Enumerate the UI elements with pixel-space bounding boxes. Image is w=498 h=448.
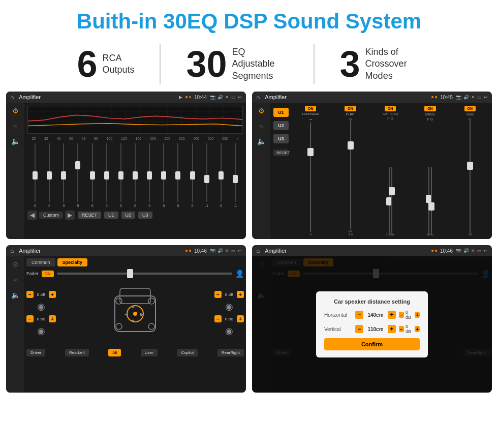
volume-icon-dialog: 🔊 xyxy=(463,248,469,253)
tab-specialty[interactable]: Specialty xyxy=(57,258,88,266)
dialog-label-horizontal: Horizontal xyxy=(324,312,352,318)
rearright-btn[interactable]: RearRight xyxy=(217,349,244,356)
loudness-on-btn[interactable]: ON xyxy=(305,106,317,111)
eq-play-btn[interactable]: ▶ xyxy=(65,211,75,220)
wave-icon[interactable]: ≈ xyxy=(13,122,17,130)
cutfreq-g-label: G xyxy=(390,117,393,121)
minus-btn-right-bot[interactable]: − xyxy=(214,315,222,322)
plus-btn-left-top[interactable]: + xyxy=(49,291,56,298)
eq-u3-btn[interactable]: U3 xyxy=(138,212,152,219)
dialog-minus-horizontal[interactable]: − xyxy=(355,311,363,319)
fader-label: Fader xyxy=(26,271,39,276)
dialog-plus-db-h[interactable]: + xyxy=(415,312,420,318)
rearleft-btn[interactable]: RearLeft xyxy=(65,349,89,356)
db-value-left-bot: 0 dB xyxy=(35,317,47,321)
eq-icon-amp[interactable]: ⚙ xyxy=(258,107,265,115)
channel-sub: ON SUB G 20 xyxy=(451,106,489,236)
eq-reset-btn[interactable]: RESET xyxy=(78,212,101,219)
svg-text:▼: ▼ xyxy=(131,318,136,323)
speaker-icon-fader[interactable]: 🔈 xyxy=(11,291,20,299)
screen-title-dialog: Amplifier xyxy=(265,248,428,254)
sub-g-label: G xyxy=(469,117,471,121)
screen-fader: ⌂ Amplifier 10:46 📷 🔊 ✕ ▭ ↩ ⚙ ≈ 🔈 Common xyxy=(6,245,246,393)
preset-u2-btn[interactable]: U2 xyxy=(273,121,289,130)
window-icon-dialog[interactable]: ▭ xyxy=(477,248,482,253)
dialog-plus-horizontal[interactable]: + xyxy=(388,311,396,319)
dialog-minus-db-h[interactable]: − xyxy=(399,312,404,318)
time-eq: 10:44 xyxy=(194,95,207,100)
dialog-plus-db-v[interactable]: + xyxy=(415,326,420,332)
close-icon-fader[interactable]: ✕ xyxy=(225,248,229,253)
home-icon-dialog[interactable]: ⌂ xyxy=(256,247,260,254)
channel-bass: ON BASS F G 90Hz xyxy=(411,106,449,236)
sub-on-btn[interactable]: ON xyxy=(464,106,476,111)
eq-u2-btn[interactable]: U2 xyxy=(121,212,136,219)
svg-point-8 xyxy=(148,323,154,330)
screen-title-amp: Amplifier xyxy=(265,94,428,100)
status-bar-amp: ⌂ Amplifier 10:45 📷 🔊 ✕ ▭ ↩ xyxy=(252,92,492,103)
close-icon-eq[interactable]: ✕ xyxy=(225,95,229,100)
minus-btn-left-bot[interactable]: − xyxy=(26,315,34,322)
stat-number-eq: 30 xyxy=(186,46,227,82)
home-icon-amp[interactable]: ⌂ xyxy=(256,94,260,101)
speaker-icon-eq[interactable]: 🔈 xyxy=(11,137,20,145)
volume-icon-eq: 🔊 xyxy=(217,95,223,100)
home-icon-eq[interactable]: ⌂ xyxy=(10,94,14,101)
amp-reset-btn[interactable]: RESET xyxy=(273,150,289,156)
screen-eq: ⌂ Amplifier ▶ 10:44 📷 🔊 ✕ ▭ ↩ ⚙ ≈ 🔈 xyxy=(6,92,246,239)
confirm-button[interactable]: Confirm xyxy=(324,338,420,350)
screen-title-fader: Amplifier xyxy=(19,248,182,254)
dialog-value-vertical: 110cm xyxy=(365,326,386,332)
window-icon-eq[interactable]: ▭ xyxy=(231,95,236,100)
all-btn[interactable]: All xyxy=(108,349,121,356)
stat-label-rca: RCAOutputs xyxy=(102,52,134,76)
eq-u1-btn[interactable]: U1 xyxy=(104,212,118,219)
stat-item-eq: 30 EQ AdjustableSegments xyxy=(161,46,313,82)
side-icons-fader: ⚙ ≈ 🔈 xyxy=(6,256,24,393)
stat-label-crossover: Kinds ofCrossover Modes xyxy=(365,46,421,82)
db-value-left-top: 0 dB xyxy=(35,292,47,297)
eq-icon[interactable]: ⚙ xyxy=(12,107,19,115)
home-icon-fader[interactable]: ⌂ xyxy=(10,247,14,254)
cutfreq-on-btn[interactable]: ON xyxy=(385,106,396,111)
stats-row: 6 RCAOutputs 30 EQ AdjustableSegments 3 … xyxy=(0,39,498,92)
plus-btn-left-bot[interactable]: + xyxy=(49,315,56,322)
back-icon-eq[interactable]: ↩ xyxy=(238,95,242,100)
wave-icon-amp[interactable]: ≈ xyxy=(259,122,263,130)
stat-number-rca: 6 xyxy=(77,46,97,82)
minus-btn-left-top[interactable]: − xyxy=(26,291,34,298)
plus-btn-right-bot[interactable]: + xyxy=(237,315,244,322)
driver-btn[interactable]: Driver xyxy=(26,349,45,356)
wave-icon-fader[interactable]: ≈ xyxy=(13,276,17,284)
close-icon-dialog[interactable]: ✕ xyxy=(471,248,475,253)
dialog-minus-vertical[interactable]: − xyxy=(355,325,363,333)
time-fader: 10:46 xyxy=(194,248,207,254)
minus-btn-right-top[interactable]: − xyxy=(214,291,222,298)
copilot-btn[interactable]: Copilot xyxy=(177,349,198,356)
plus-btn-right-top[interactable]: + xyxy=(237,291,244,298)
speaker-left-bot: ◉ xyxy=(37,325,45,337)
bass-on-btn[interactable]: ON xyxy=(424,106,436,111)
svg-point-4 xyxy=(133,312,137,316)
back-icon-dialog[interactable]: ↩ xyxy=(484,248,488,253)
eq-icon-fader[interactable]: ⚙ xyxy=(12,260,19,268)
svg-rect-0 xyxy=(28,106,242,133)
channel-loudness: ON LOUDNESS ~ 0 xyxy=(292,106,329,236)
back-icon-fader[interactable]: ↩ xyxy=(238,248,242,253)
window-icon-fader[interactable]: ▭ xyxy=(231,248,236,253)
stat-item-crossover: 3 Kinds ofCrossover Modes xyxy=(315,46,447,82)
preset-u3-btn[interactable]: U3 xyxy=(273,134,289,143)
channel-cutfreq: ON CUT FREQ F G 100Hz xyxy=(371,106,409,236)
close-icon-amp[interactable]: ✕ xyxy=(471,95,475,100)
user-btn[interactable]: User xyxy=(141,349,158,356)
window-icon-amp[interactable]: ▭ xyxy=(477,95,482,100)
preset-u1-btn[interactable]: U1 xyxy=(273,108,289,117)
speaker-icon-amp[interactable]: 🔈 xyxy=(257,137,266,145)
phat-on-btn[interactable]: ON xyxy=(345,106,356,111)
dialog-minus-db-v[interactable]: − xyxy=(399,326,404,332)
dialog-plus-vertical[interactable]: + xyxy=(388,325,396,333)
fader-on-btn[interactable]: ON xyxy=(42,271,54,277)
back-icon-amp[interactable]: ↩ xyxy=(484,95,488,100)
tab-common[interactable]: Common xyxy=(26,258,55,266)
eq-prev-btn[interactable]: ◀ xyxy=(27,211,37,220)
